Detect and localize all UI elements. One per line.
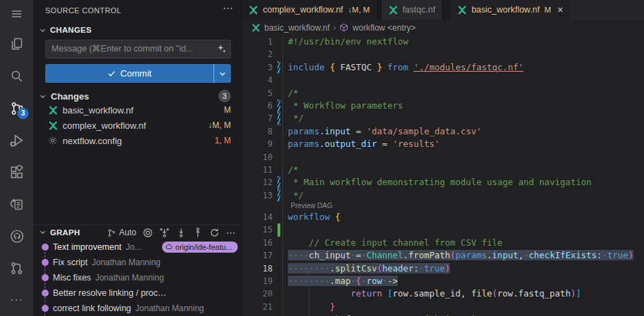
breadcrumb[interactable]: basic_workflow.nf › workflow <entry> [242,19,644,35]
breadcrumb-file[interactable]: basic_workflow.nf [264,23,330,33]
commit-author: Jonathan Manning [95,273,164,283]
activity-bar: 3 ··· [0,0,33,316]
line-number: 6 [242,100,273,112]
changes-group-label: Changes [51,91,89,102]
git-modified-marker [277,61,280,74]
commit-message-input[interactable]: Message (⌘Enter to commit on "id... [45,40,231,58]
graph-more-icon[interactable]: ⋯ [226,227,236,238]
file-decoration: M [224,105,231,115]
line-number: 20 [242,287,273,300]
changes-section-label: CHANGES [50,26,92,34]
code-line-17: 17····ch_input·=·Channel.fromPath(params… [242,249,644,262]
file-row-nextflow.config[interactable]: nextflow.config1, M [33,133,241,148]
commit-button[interactable]: Commit [45,64,231,83]
pull-icon[interactable] [176,228,186,238]
github-icon[interactable] [0,220,33,252]
chevron-down-icon [39,93,47,100]
push-icon[interactable] [193,228,203,238]
commit-message: Text improvement [53,242,122,252]
changed-files-list: basic_workflow.nfMcomplex_workflow.nf↓M,… [33,102,241,148]
code-line-15: 15 [242,223,644,236]
nextflow-file-icon [48,105,58,116]
changes-section-header[interactable]: CHANGES [33,22,241,38]
fetch-icon[interactable] [159,228,170,238]
line-number: 13 [242,189,273,202]
code-line-11: 11/* [242,164,644,176]
source-control-icon[interactable]: 3 [0,92,33,124]
close-icon[interactable]: × [557,5,563,15]
chevron-down-icon [39,26,47,34]
commit-row[interactable]: Fix scriptJonathan Manning [33,255,241,270]
commit-button-label: Commit [120,68,152,79]
branch-icon [107,228,116,237]
tab-fastqc.nf[interactable]: fastqc.nf [382,0,442,19]
code-line-2: 2 [242,48,644,61]
git-modified-marker [277,176,280,189]
breadcrumb-symbol[interactable]: workflow <entry> [353,23,416,33]
activity-more-icon[interactable]: ··· [0,284,33,316]
menu-icon[interactable] [0,0,33,28]
line-number: 5 [242,87,273,100]
gear-icon [48,136,58,146]
commit-message: Better resolve linking / process inspect… [53,288,168,298]
line-number: 10 [242,151,273,164]
commit-message: Fix script [53,258,88,267]
commit-dot-icon [42,259,49,266]
graph-repo-picker[interactable]: Auto [107,228,136,237]
git-modified-marker [277,112,280,125]
code-line-21: 21 } [242,301,644,313]
code-line-14: 14workflow { [242,211,644,223]
branch-badge[interactable]: origin/ide-featu... [162,242,238,253]
nextflow-file-icon [48,120,58,131]
sidebar-more-icon[interactable]: ⋯ [223,2,233,15]
file-row-basic_workflow.nf[interactable]: basic_workflow.nfM [33,102,241,118]
commit-row[interactable]: Text improvementJo...origin/ide-featu... [33,239,241,255]
code-line-4: 4 [242,74,644,86]
nextflow-file-icon [388,5,399,15]
pull-request-icon[interactable] [0,252,33,284]
code-line-22: 22 ch_fastqc = FASTQC(ch_input) [242,313,644,316]
line-number: 11 [242,164,273,176]
file-row-complex_workflow.nf[interactable]: complex_workflow.nf↓M, M [33,118,241,133]
nextflow-file-icon [457,5,467,15]
tab-complex_workflow.nf[interactable]: complex_workflow.nf↓M, M [242,0,376,19]
nextflow-file-icon [251,23,261,33]
commit-author: Jonathan Manning [136,303,204,313]
explorer-icon[interactable] [0,28,33,60]
commit-row[interactable]: Better resolve linking / process inspect… [33,285,241,301]
changes-count-badge: 3 [218,90,231,102]
line-number: 2 [242,48,273,61]
sparkle-icon[interactable] [217,44,227,54]
references-icon[interactable] [0,188,33,220]
commit-dropdown-button[interactable] [214,64,231,83]
line-number: 21 [242,301,273,313]
search-icon[interactable] [0,60,33,92]
commit-row[interactable]: correct link followingJonathan Manning [33,301,241,316]
line-number: 12 [242,176,273,189]
code-line-9: 9params.output_dir = 'results' [242,138,644,150]
code-line-8: 8params.input = 'data/sample_data.csv' [242,125,644,138]
code-editor[interactable]: 1#!/usr/bin/env nextflow23include { FAST… [242,35,644,316]
chevron-down-icon [39,228,47,236]
extensions-icon[interactable] [0,156,33,188]
commit-message: Misc fixes [53,273,91,283]
run-debug-icon[interactable] [0,124,33,156]
tab-label: fastqc.nf [403,5,435,15]
file-decoration: 1, M [215,136,231,145]
refresh-icon[interactable] [209,228,220,238]
changes-group-header[interactable]: Changes 3 [33,88,241,104]
line-number: 18 [242,262,273,275]
file-name: basic_workflow.nf [63,105,134,116]
commit-dot-icon [42,244,49,251]
code-line-12: 12 * Main workflow demonstrating module … [242,176,644,189]
codelens-preview-dag[interactable]: Preview DAG [242,202,644,211]
tab-label: basic_workflow.nf [472,5,540,15]
tab-basic_workflow.nf[interactable]: basic_workflow.nfM× [451,0,570,19]
graph-section-label: GRAPH [50,228,80,237]
commit-row[interactable]: Misc fixesJonathan Manning [33,270,241,285]
git-added-marker [277,223,280,236]
commit-message: correct link following [53,303,131,313]
graph-section-header[interactable]: GRAPH Auto ⋯ [33,224,241,239]
goto-current-commit-icon[interactable] [143,228,153,238]
editor-group: complex_workflow.nf↓M, Mfastqc.nfbasic_w… [242,0,644,316]
